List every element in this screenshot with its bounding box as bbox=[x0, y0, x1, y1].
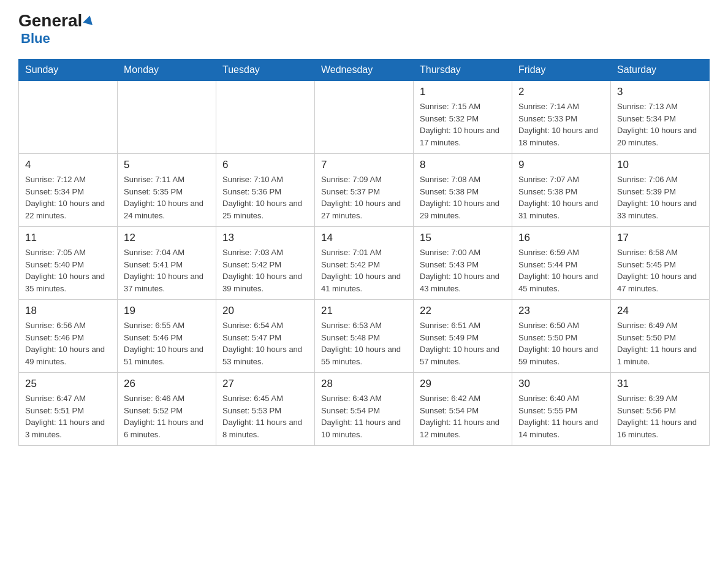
calendar-cell: 28Sunrise: 6:43 AM Sunset: 5:54 PM Dayli… bbox=[315, 373, 414, 446]
day-info: Sunrise: 6:42 AM Sunset: 5:54 PM Dayligh… bbox=[420, 393, 506, 440]
day-info: Sunrise: 6:56 AM Sunset: 5:46 PM Dayligh… bbox=[25, 320, 111, 367]
logo: General Blue bbox=[18, 12, 94, 47]
calendar-cell bbox=[19, 81, 118, 154]
day-number: 29 bbox=[420, 378, 506, 390]
calendar-cell: 2Sunrise: 7:14 AM Sunset: 5:33 PM Daylig… bbox=[512, 81, 611, 154]
weekday-header-tuesday: Tuesday bbox=[216, 59, 315, 81]
day-info: Sunrise: 6:55 AM Sunset: 5:46 PM Dayligh… bbox=[124, 320, 210, 367]
weekday-header-saturday: Saturday bbox=[611, 59, 710, 81]
page-header: General Blue bbox=[18, 12, 710, 47]
calendar-cell: 26Sunrise: 6:46 AM Sunset: 5:52 PM Dayli… bbox=[118, 373, 216, 446]
day-number: 5 bbox=[124, 159, 210, 171]
day-number: 30 bbox=[518, 378, 604, 390]
day-number: 12 bbox=[124, 232, 210, 244]
day-number: 21 bbox=[321, 305, 407, 317]
day-info: Sunrise: 6:50 AM Sunset: 5:50 PM Dayligh… bbox=[518, 320, 604, 367]
calendar-cell bbox=[315, 81, 414, 154]
day-number: 2 bbox=[518, 86, 604, 98]
calendar-cell: 23Sunrise: 6:50 AM Sunset: 5:50 PM Dayli… bbox=[512, 300, 611, 373]
day-number: 31 bbox=[617, 378, 703, 390]
day-info: Sunrise: 6:53 AM Sunset: 5:48 PM Dayligh… bbox=[321, 320, 407, 367]
calendar-cell: 21Sunrise: 6:53 AM Sunset: 5:48 PM Dayli… bbox=[315, 300, 414, 373]
calendar-cell: 18Sunrise: 6:56 AM Sunset: 5:46 PM Dayli… bbox=[19, 300, 118, 373]
calendar-cell: 22Sunrise: 6:51 AM Sunset: 5:49 PM Dayli… bbox=[414, 300, 512, 373]
calendar-cell: 17Sunrise: 6:58 AM Sunset: 5:45 PM Dayli… bbox=[611, 227, 710, 300]
weekday-header-friday: Friday bbox=[512, 59, 611, 81]
day-number: 26 bbox=[124, 378, 210, 390]
weekday-header-wednesday: Wednesday bbox=[315, 59, 414, 81]
calendar-cell: 15Sunrise: 7:00 AM Sunset: 5:43 PM Dayli… bbox=[414, 227, 512, 300]
calendar-cell: 31Sunrise: 6:39 AM Sunset: 5:56 PM Dayli… bbox=[611, 373, 710, 446]
day-info: Sunrise: 6:47 AM Sunset: 5:51 PM Dayligh… bbox=[25, 393, 111, 440]
day-number: 16 bbox=[518, 232, 604, 244]
day-info: Sunrise: 7:07 AM Sunset: 5:38 PM Dayligh… bbox=[518, 174, 604, 221]
calendar-cell: 24Sunrise: 6:49 AM Sunset: 5:50 PM Dayli… bbox=[611, 300, 710, 373]
day-info: Sunrise: 6:40 AM Sunset: 5:55 PM Dayligh… bbox=[518, 393, 604, 440]
day-number: 13 bbox=[222, 232, 308, 244]
day-info: Sunrise: 7:04 AM Sunset: 5:41 PM Dayligh… bbox=[124, 247, 210, 294]
day-number: 17 bbox=[617, 232, 703, 244]
day-number: 10 bbox=[617, 159, 703, 171]
calendar-week-row: 4Sunrise: 7:12 AM Sunset: 5:34 PM Daylig… bbox=[19, 154, 710, 227]
calendar-cell: 8Sunrise: 7:08 AM Sunset: 5:38 PM Daylig… bbox=[414, 154, 512, 227]
day-info: Sunrise: 6:43 AM Sunset: 5:54 PM Dayligh… bbox=[321, 393, 407, 440]
calendar-cell bbox=[118, 81, 216, 154]
day-number: 9 bbox=[518, 159, 604, 171]
day-info: Sunrise: 7:08 AM Sunset: 5:38 PM Dayligh… bbox=[420, 174, 506, 221]
calendar-cell: 1Sunrise: 7:15 AM Sunset: 5:32 PM Daylig… bbox=[414, 81, 512, 154]
day-number: 4 bbox=[25, 159, 111, 171]
day-number: 7 bbox=[321, 159, 407, 171]
day-number: 27 bbox=[222, 378, 308, 390]
weekday-header-monday: Monday bbox=[118, 59, 216, 81]
day-info: Sunrise: 7:01 AM Sunset: 5:42 PM Dayligh… bbox=[321, 247, 407, 294]
day-info: Sunrise: 7:10 AM Sunset: 5:36 PM Dayligh… bbox=[222, 174, 308, 221]
day-number: 11 bbox=[25, 232, 111, 244]
day-number: 8 bbox=[420, 159, 506, 171]
calendar-cell: 10Sunrise: 7:06 AM Sunset: 5:39 PM Dayli… bbox=[611, 154, 710, 227]
calendar-cell: 7Sunrise: 7:09 AM Sunset: 5:37 PM Daylig… bbox=[315, 154, 414, 227]
day-number: 18 bbox=[25, 305, 111, 317]
day-info: Sunrise: 6:54 AM Sunset: 5:47 PM Dayligh… bbox=[222, 320, 308, 367]
calendar-cell: 27Sunrise: 6:45 AM Sunset: 5:53 PM Dayli… bbox=[216, 373, 315, 446]
day-info: Sunrise: 7:03 AM Sunset: 5:42 PM Dayligh… bbox=[222, 247, 308, 294]
calendar-cell: 9Sunrise: 7:07 AM Sunset: 5:38 PM Daylig… bbox=[512, 154, 611, 227]
day-info: Sunrise: 7:15 AM Sunset: 5:32 PM Dayligh… bbox=[420, 101, 506, 148]
day-number: 22 bbox=[420, 305, 506, 317]
day-info: Sunrise: 6:39 AM Sunset: 5:56 PM Dayligh… bbox=[617, 393, 703, 440]
calendar-table: SundayMondayTuesdayWednesdayThursdayFrid… bbox=[18, 59, 710, 446]
calendar-week-row: 1Sunrise: 7:15 AM Sunset: 5:32 PM Daylig… bbox=[19, 81, 710, 154]
logo-blue-text: Blue bbox=[18, 31, 50, 47]
day-info: Sunrise: 7:12 AM Sunset: 5:34 PM Dayligh… bbox=[25, 174, 111, 221]
day-info: Sunrise: 7:11 AM Sunset: 5:35 PM Dayligh… bbox=[124, 174, 210, 221]
day-info: Sunrise: 6:45 AM Sunset: 5:53 PM Dayligh… bbox=[222, 393, 308, 440]
calendar-cell: 25Sunrise: 6:47 AM Sunset: 5:51 PM Dayli… bbox=[19, 373, 118, 446]
calendar-week-row: 25Sunrise: 6:47 AM Sunset: 5:51 PM Dayli… bbox=[19, 373, 710, 446]
calendar-cell: 6Sunrise: 7:10 AM Sunset: 5:36 PM Daylig… bbox=[216, 154, 315, 227]
day-info: Sunrise: 6:51 AM Sunset: 5:49 PM Dayligh… bbox=[420, 320, 506, 367]
day-number: 15 bbox=[420, 232, 506, 244]
day-info: Sunrise: 7:09 AM Sunset: 5:37 PM Dayligh… bbox=[321, 174, 407, 221]
day-number: 19 bbox=[124, 305, 210, 317]
day-info: Sunrise: 6:49 AM Sunset: 5:50 PM Dayligh… bbox=[617, 320, 703, 367]
calendar-cell bbox=[216, 81, 315, 154]
calendar-cell: 4Sunrise: 7:12 AM Sunset: 5:34 PM Daylig… bbox=[19, 154, 118, 227]
calendar-week-row: 11Sunrise: 7:05 AM Sunset: 5:40 PM Dayli… bbox=[19, 227, 710, 300]
day-info: Sunrise: 7:06 AM Sunset: 5:39 PM Dayligh… bbox=[617, 174, 703, 221]
day-info: Sunrise: 6:46 AM Sunset: 5:52 PM Dayligh… bbox=[124, 393, 210, 440]
day-number: 3 bbox=[617, 86, 703, 98]
calendar-cell: 14Sunrise: 7:01 AM Sunset: 5:42 PM Dayli… bbox=[315, 227, 414, 300]
calendar-cell: 5Sunrise: 7:11 AM Sunset: 5:35 PM Daylig… bbox=[118, 154, 216, 227]
day-number: 24 bbox=[617, 305, 703, 317]
calendar-cell: 30Sunrise: 6:40 AM Sunset: 5:55 PM Dayli… bbox=[512, 373, 611, 446]
day-info: Sunrise: 7:13 AM Sunset: 5:34 PM Dayligh… bbox=[617, 101, 703, 148]
day-number: 20 bbox=[222, 305, 308, 317]
calendar-cell: 19Sunrise: 6:55 AM Sunset: 5:46 PM Dayli… bbox=[118, 300, 216, 373]
day-info: Sunrise: 6:59 AM Sunset: 5:44 PM Dayligh… bbox=[518, 247, 604, 294]
calendar-cell: 11Sunrise: 7:05 AM Sunset: 5:40 PM Dayli… bbox=[19, 227, 118, 300]
weekday-header-sunday: Sunday bbox=[19, 59, 118, 81]
day-number: 1 bbox=[420, 86, 506, 98]
day-info: Sunrise: 7:00 AM Sunset: 5:43 PM Dayligh… bbox=[420, 247, 506, 294]
weekday-header-thursday: Thursday bbox=[414, 59, 512, 81]
calendar-cell: 20Sunrise: 6:54 AM Sunset: 5:47 PM Dayli… bbox=[216, 300, 315, 373]
calendar-cell: 3Sunrise: 7:13 AM Sunset: 5:34 PM Daylig… bbox=[611, 81, 710, 154]
